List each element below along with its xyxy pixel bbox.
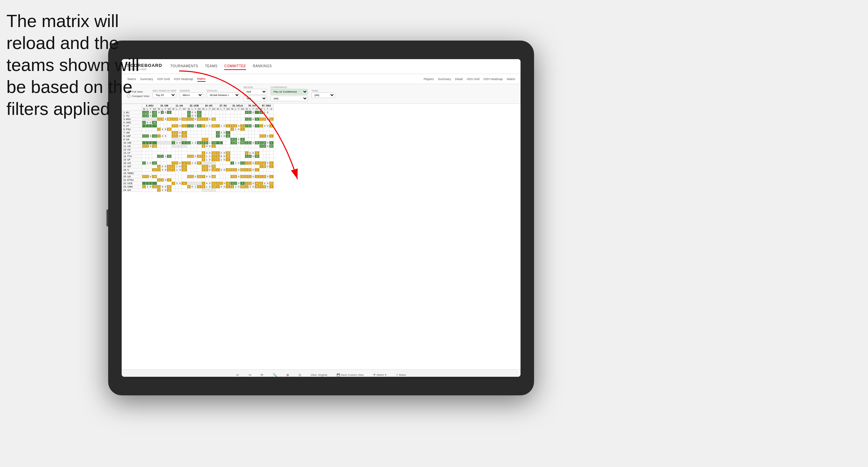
table-row: 9. UA 01 0100 — [122, 138, 274, 141]
table-row: 16. UO 21014 1201 1100 11011 11011 0201 — [122, 162, 274, 165]
gender-label: Gender — [179, 90, 203, 92]
col-header-ucb: 22. UCB — [187, 104, 201, 107]
fit-button[interactable]: ⊙ — [296, 372, 303, 377]
table-row: 23. UNM 120-21 20025 0010 01010 1001 110… — [122, 185, 274, 189]
region-label: Region — [243, 86, 267, 89]
sub-nav-h2h-heatmap-r[interactable]: H2H Heatmap — [483, 77, 503, 81]
col-header-uw: 10. UW — [157, 104, 172, 107]
region-select[interactable]: N/A — [243, 89, 267, 95]
nav-rankings[interactable]: RANKINGS — [253, 63, 272, 70]
col-header-ua: 11. UA — [172, 104, 187, 107]
view-original-label: View: Original — [311, 373, 327, 376]
division-label: Division — [207, 90, 240, 92]
share-button[interactable]: ↗ Share — [394, 372, 408, 377]
division-filter: Division NCAA Division I — [207, 90, 240, 98]
table-row: 18. U 11 10011 11011 01010 10013 01013 1… — [122, 168, 274, 172]
table-row: 17. GIT 10011 11011 01010 1501 — [122, 165, 274, 168]
matrix-area[interactable]: 3. ASU 10. UW 11. UA 22. UCB 24. UO 27. … — [122, 104, 521, 369]
table-row: 8. UAF 01014 120 01015 11011 0101 — [122, 134, 274, 138]
team-filter: Team (All) — [311, 90, 335, 98]
zoom-in-icon: ⊕ — [286, 373, 289, 377]
conference-label: Conference — [270, 86, 308, 89]
nav-teams[interactable]: TEAMS — [205, 63, 217, 70]
table-row: 14. TTU 21122 02030 1120 26026 02029 — [122, 155, 274, 158]
nav-bar: SCOREBOARD Powered by clippd TOURNAMENTS… — [122, 59, 521, 74]
table-row: 7. UM 0100 0201 — [122, 131, 274, 134]
region-filter: Region N/A N/A — [243, 86, 267, 101]
watch-label: 👁 Watch ▾ — [373, 373, 386, 376]
fit-icon: ⊙ — [298, 373, 301, 377]
table-row: 5. UT 0100 22022 02030 1100 1102 2010 10… — [122, 124, 274, 128]
col-header-ucla: 31. UCLA — [231, 104, 245, 107]
annotation-text: The matrix will reload and the teams sho… — [6, 10, 148, 120]
table-row: 10. UW 1300 11332 04173 25066 12051 1451 — [122, 141, 274, 145]
division-select[interactable]: NCAA Division I — [207, 92, 240, 98]
sub-nav-h2h-grid-l[interactable]: H2H Grid — [157, 77, 170, 81]
sub-nav: Teams Summary H2H Grid H2H Heatmap Matri… — [122, 74, 521, 84]
undo-icon: ↩ — [236, 373, 239, 377]
max-teams-filter: Max teams in view Top 25 — [152, 90, 176, 98]
gender-filter: Gender Men's — [179, 90, 203, 98]
table-row: 12. UV — [122, 148, 274, 151]
table-row: 6. FSU 14035 0101 — [122, 128, 274, 131]
save-custom-view-label: 💾 Save Custom View — [337, 373, 364, 376]
region-select-2[interactable]: N/A — [243, 96, 267, 101]
tablet-screen: SCOREBOARD Powered by clippd TOURNAMENTS… — [122, 59, 521, 377]
redo-icon: ↪ — [248, 373, 251, 377]
max-teams-label: Max teams in view — [152, 90, 176, 92]
view-original-button[interactable]: View: Original — [309, 372, 329, 377]
col-header-uo: 24. UO — [201, 104, 216, 107]
table-row: 24. UO 02029 — [122, 189, 274, 192]
sub-nav-matrix-r[interactable]: Matrix — [507, 77, 515, 81]
tablet-device: SCOREBOARD Powered by clippd TOURNAMENTS… — [108, 41, 534, 395]
refresh-icon: ⟳ — [261, 373, 263, 377]
team-select[interactable]: (All) — [311, 92, 335, 98]
sub-nav-h2h-heatmap-l[interactable]: H2H Heatmap — [174, 77, 193, 81]
sub-nav-summary-r[interactable]: Summary — [438, 77, 451, 81]
table-row: 11. UA 01018 3400 03025 — [122, 145, 274, 148]
refresh-button[interactable]: ⟳ — [259, 372, 265, 377]
table-row: 4. UNC 10036 — [122, 121, 274, 124]
redo-button[interactable]: ↪ — [246, 372, 253, 377]
sub-nav-players[interactable]: Players — [424, 77, 434, 81]
zoom-in-button[interactable]: ⊕ — [284, 372, 291, 377]
table-row: 13. UT 22012 02018 1001 — [122, 151, 274, 155]
table-row: 21. ETSU 0100 — [122, 178, 274, 182]
conference-filter: Conference Pac-12 Conference (All) — [270, 86, 308, 101]
conference-select-2[interactable]: (All) — [270, 96, 308, 101]
max-teams-select[interactable]: Top 25 — [152, 92, 176, 98]
nav-committee[interactable]: COMMITTEE — [224, 63, 246, 70]
zoom-out-button[interactable]: 🔍 — [271, 372, 279, 377]
bottom-toolbar: ↩ ↪ ⟳ 🔍 ⊕ ⊙ View: Original 💾 Save Custom… — [122, 369, 521, 377]
tablet-side-button — [106, 210, 108, 226]
nav-links: TOURNAMENTS TEAMS COMMITTEE RANKINGS — [170, 63, 272, 70]
sub-nav-matrix-l[interactable]: Matrix — [197, 76, 206, 82]
sub-nav-detail[interactable]: Detail — [455, 77, 463, 81]
gender-select[interactable]: Men's — [179, 92, 203, 98]
col-header-su: 27. SU — [216, 104, 231, 107]
filters-bar: Full View Compact View Max teams in view… — [122, 84, 521, 104]
col-header-osu: 57. OSU — [259, 104, 273, 107]
team-label: Team — [311, 90, 335, 92]
share-label: ↗ Share — [396, 373, 406, 376]
table-row: 22. UCB 1300 14012 0104 2103 23044 23035 — [122, 182, 274, 185]
save-custom-view-button[interactable]: 💾 Save Custom View — [335, 372, 366, 377]
table-row: 20. UG 010-34 01023 10044 01015 0100 150… — [122, 175, 274, 178]
undo-button[interactable]: ↩ — [234, 372, 241, 377]
col-header-uu: 54. UU — [245, 104, 259, 107]
table-row: 15. UF 0101 0101 — [122, 158, 274, 162]
conference-select[interactable]: Pac-12 Conference — [270, 89, 308, 95]
zoom-out-icon: 🔍 — [273, 373, 277, 377]
watch-button[interactable]: 👁 Watch ▾ — [371, 372, 388, 377]
sub-nav-h2h-grid-r[interactable]: H2H Grid — [467, 77, 480, 81]
table-row: 19. TAMU — [122, 172, 274, 175]
nav-tournaments[interactable]: TOURNAMENTS — [170, 63, 198, 70]
